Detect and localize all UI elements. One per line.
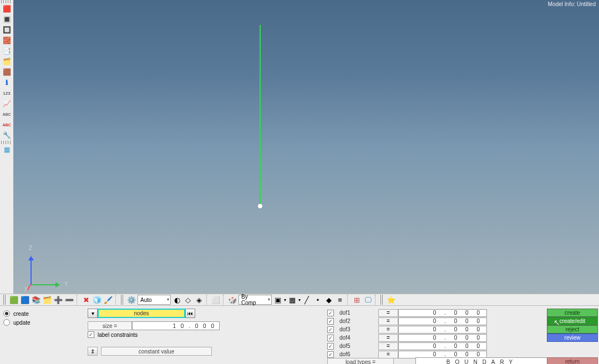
mode-radio-group: create update xyxy=(3,309,31,327)
dof4-input[interactable]: 0 . 0 0 0 xyxy=(398,334,487,342)
tool-chart-icon[interactable]: 📈 xyxy=(1,99,12,109)
reject-button[interactable]: reject xyxy=(547,325,598,334)
dof2-label: dof2 xyxy=(339,318,378,324)
render-cube-icon[interactable]: ▣ xyxy=(273,295,283,305)
tool-misc[interactable]: 🔧 xyxy=(1,130,12,140)
create-radio[interactable] xyxy=(3,310,10,317)
z-label: Z xyxy=(29,245,32,251)
value-type-switch[interactable]: ⇕ xyxy=(88,347,98,356)
dof1-label: dof1 xyxy=(339,310,378,316)
dof2-input[interactable]: 0 . 0 0 0 xyxy=(398,317,487,325)
tool-text-abc[interactable]: ABC xyxy=(1,109,12,119)
transparent-icon[interactable]: ⬜ xyxy=(211,295,221,305)
grip-icon xyxy=(1,0,12,3)
y-label: Y xyxy=(64,281,68,287)
model-node-element xyxy=(258,204,262,208)
dof2-checkbox[interactable] xyxy=(327,318,334,325)
load-types-row: load types = xyxy=(327,358,394,364)
nodes-selector-button[interactable]: nodes xyxy=(98,309,185,318)
monitor-icon[interactable]: 🖵 xyxy=(363,295,373,305)
auto-dropdown[interactable]: Auto xyxy=(138,295,171,305)
dof4-label: dof4 xyxy=(339,335,378,341)
mesh-cube2-icon[interactable]: ▦ xyxy=(287,295,297,305)
diamond-icon[interactable]: ◆ xyxy=(324,295,334,305)
wire-icon[interactable]: ◇ xyxy=(183,295,193,305)
separator-icon xyxy=(206,295,209,305)
selection-block: ▾ nodes ⏮ size = 1 0 . 0 0 0 label const… xyxy=(88,309,220,356)
dof6-checkbox[interactable] xyxy=(327,351,334,358)
viewport[interactable]: Model Info: Untitled Z Y X xyxy=(13,0,599,294)
size-label[interactable]: size = xyxy=(88,321,132,330)
tool-grid-3[interactable]: 🔲 xyxy=(1,25,12,35)
dof5-eq-button[interactable]: = xyxy=(378,342,398,350)
separator-icon xyxy=(77,295,79,305)
cube3d-icon[interactable]: 🎲 xyxy=(227,295,237,305)
hidden-icon[interactable]: ◈ xyxy=(194,295,204,305)
model-line-element xyxy=(260,25,261,207)
separator-icon xyxy=(223,295,225,305)
tool-text-abc-red[interactable]: ABC xyxy=(1,120,12,130)
create-edit-button[interactable]: create/edit xyxy=(547,317,598,325)
create-radio-label: create xyxy=(13,311,29,317)
cube-green-icon[interactable]: 🟩 xyxy=(9,295,19,305)
create-button[interactable]: create xyxy=(547,309,598,317)
grip-icon-2 xyxy=(1,141,12,144)
stack-icon[interactable]: 📚 xyxy=(31,295,41,305)
dof1-input[interactable]: 0 . 0 0 0 xyxy=(398,309,487,317)
grid4-icon[interactable]: ⊞ xyxy=(352,295,362,305)
delete-icon[interactable]: ✖ xyxy=(81,295,91,305)
review-button[interactable]: review xyxy=(547,334,598,342)
size-input[interactable]: 1 0 . 0 0 0 xyxy=(132,321,220,330)
dof5-checkbox[interactable] xyxy=(327,343,334,350)
x-label: X xyxy=(24,286,28,293)
layers-icon[interactable]: ≡ xyxy=(335,295,345,305)
selector-reset-button[interactable]: ⏮ xyxy=(185,309,195,318)
bycomp-dropdown[interactable]: By Comp xyxy=(238,295,272,305)
star-icon[interactable]: ⭐ xyxy=(386,295,396,305)
dot-icon[interactable]: • xyxy=(313,295,323,305)
dof3-eq-button[interactable]: = xyxy=(378,326,398,334)
tool-info-icon[interactable]: ℹ xyxy=(1,78,12,88)
constraints-panel: create update ▾ nodes ⏮ size = 1 0 . 0 0… xyxy=(0,306,599,364)
tool-grid-2[interactable]: 🔳 xyxy=(1,14,12,24)
label-constraints-checkbox[interactable] xyxy=(88,331,94,338)
tool-stack-6[interactable]: 🗂️ xyxy=(1,57,12,66)
dof1-eq-button[interactable]: = xyxy=(378,309,398,317)
dof4-eq-button[interactable]: = xyxy=(378,334,398,342)
grip-icon xyxy=(380,295,384,305)
cube-blue-icon[interactable]: 🟦 xyxy=(20,295,30,305)
dof3-checkbox[interactable] xyxy=(327,326,334,333)
dof-group: dof1=0 . 0 0 0 dof2=0 . 0 0 0 dof3=0 . 0… xyxy=(327,309,487,358)
dof4-checkbox[interactable] xyxy=(327,335,334,341)
gear-icon[interactable]: ⚙️ xyxy=(126,295,136,305)
dof3-label: dof3 xyxy=(339,326,378,332)
tool-red-1[interactable]: 🟥 xyxy=(1,4,12,14)
overlap-icon[interactable]: 🗂️ xyxy=(42,295,52,305)
shade-icon[interactable]: ◐ xyxy=(172,295,182,305)
selector-switch-button[interactable]: ▾ xyxy=(88,309,98,318)
update-radio-label: update xyxy=(13,320,31,326)
tool-numbers-icon[interactable]: 123 xyxy=(1,88,12,98)
dof2-eq-button[interactable]: = xyxy=(378,317,398,325)
line-icon[interactable]: ╱ xyxy=(302,295,312,305)
load-types-button[interactable]: load types = xyxy=(327,358,394,364)
dof1-checkbox[interactable] xyxy=(327,310,334,316)
dof5-input[interactable]: 0 . 0 0 0 xyxy=(398,342,487,350)
main-toolbar: 🟩 🟦 📚 🗂️ ➕ ➖ ✖ 🧊 🖌️ ⚙️ Auto ◐ ◇ ◈ ⬜ 🎲 By… xyxy=(0,294,599,306)
tool-comp-4[interactable]: 🧱 xyxy=(1,35,12,45)
remove-comp-icon[interactable]: ➖ xyxy=(64,295,74,305)
tool-mesh-icon[interactable]: ▦ xyxy=(1,145,12,155)
load-types-value[interactable]: BOUNDARY xyxy=(415,357,549,364)
tool-layers-5[interactable]: 📑 xyxy=(1,46,12,56)
model-info-label: Model Info: Untitled xyxy=(548,1,596,7)
dof6-eq-button[interactable]: = xyxy=(378,351,398,358)
constant-value-button[interactable]: constant value xyxy=(101,347,212,356)
mesh-cube-icon[interactable]: 🧊 xyxy=(92,295,102,305)
brush-icon[interactable]: 🖌️ xyxy=(103,295,113,305)
return-button[interactable]: return xyxy=(547,357,598,364)
update-radio[interactable] xyxy=(3,319,10,326)
separator-icon xyxy=(115,295,118,305)
add-comp-icon[interactable]: ➕ xyxy=(53,295,63,305)
tool-cube-7[interactable]: 🟫 xyxy=(1,67,12,77)
dof3-input[interactable]: 0 . 0 0 0 xyxy=(398,326,487,334)
